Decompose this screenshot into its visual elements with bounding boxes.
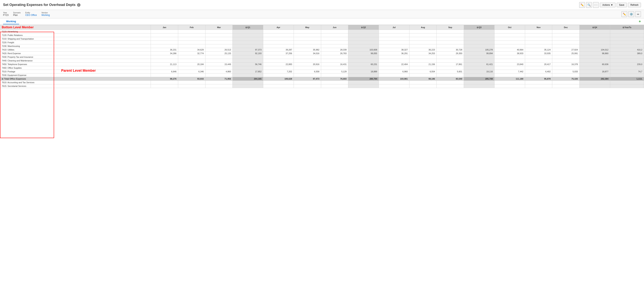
cell-value[interactable] [409, 37, 436, 41]
cell-value[interactable] [321, 74, 348, 77]
cell-value[interactable] [294, 44, 321, 48]
cell-value[interactable] [525, 81, 552, 84]
cell-value[interactable] [552, 30, 580, 34]
table-row[interactable]: 7615: Secretarial Services [0, 84, 644, 88]
cell-value[interactable] [494, 74, 525, 77]
cell-value[interactable] [494, 44, 525, 48]
cell-value[interactable] [436, 37, 464, 41]
cell-value[interactable]: 6,646 [151, 70, 178, 74]
cell-value[interactable]: 30,728 [436, 48, 464, 52]
cell-value[interactable]: 7,202 [263, 70, 294, 74]
cell-value[interactable]: 36,231 [151, 48, 178, 52]
cell-value[interactable] [436, 30, 464, 34]
cell-value[interactable] [436, 55, 464, 59]
cell-value[interactable] [379, 30, 410, 34]
cell-value[interactable] [151, 66, 178, 70]
cell-value[interactable] [205, 55, 233, 59]
table-row[interactable]: 7430: Property Tax and Insurance [0, 55, 644, 59]
cell-value[interactable] [379, 59, 410, 63]
cell-value[interactable] [379, 55, 410, 59]
cell-value[interactable] [525, 74, 552, 77]
cell-value[interactable] [321, 55, 348, 59]
cell-value[interactable] [294, 74, 321, 77]
cell-value[interactable]: 16,378 [552, 63, 580, 66]
cell-value[interactable]: 16,431 [321, 63, 348, 66]
cell-value[interactable]: 21,113 [151, 63, 178, 66]
cell-value[interactable]: 5,129 [321, 70, 348, 74]
cell-value[interactable] [525, 44, 552, 48]
cell-value[interactable] [525, 41, 552, 44]
cell-value[interactable]: 106,628 [263, 77, 294, 81]
q3-collapse-icon[interactable]: ⊟ [477, 26, 478, 29]
cell-value[interactable] [436, 44, 464, 48]
cell-value[interactable] [205, 37, 233, 41]
cell-value[interactable]: 93,933 [178, 77, 206, 81]
cell-value[interactable] [321, 37, 348, 41]
cell-value[interactable] [552, 66, 580, 70]
cell-value[interactable] [263, 37, 294, 41]
table-row[interactable]: ⊟ Total Office Expenses98,27693,93371,95… [0, 77, 644, 81]
cell-value[interactable] [409, 44, 436, 48]
cell-value[interactable]: 35,124 [525, 48, 552, 52]
cell-value[interactable]: 34,629 [178, 48, 206, 52]
cell-value[interactable]: 71,956 [205, 77, 233, 81]
cell-value[interactable] [294, 84, 321, 88]
row-collapse-icon[interactable]: ⊟ [2, 78, 4, 80]
cell-value[interactable] [321, 84, 348, 88]
cell-value[interactable] [525, 84, 552, 88]
cell-value[interactable] [494, 55, 525, 59]
cell-value[interactable] [263, 30, 294, 34]
cell-value[interactable] [151, 84, 178, 88]
q1-collapse-icon[interactable]: ⊟ [246, 26, 247, 29]
cell-value[interactable] [321, 59, 348, 63]
cell-value[interactable] [205, 44, 233, 48]
main-content[interactable]: Bottom Level Member Jan Feb Mar ⊟Q1 Apr … [0, 25, 644, 292]
cell-value[interactable] [151, 59, 178, 63]
cell-value[interactable] [263, 74, 294, 77]
cell-value[interactable] [151, 37, 178, 41]
cell-value[interactable]: 20,417 [525, 63, 552, 66]
cell-value[interactable]: 36,223 [409, 48, 436, 52]
cell-value[interactable] [379, 81, 410, 84]
cell-value[interactable] [294, 66, 321, 70]
cell-value[interactable]: 5,601 [436, 70, 464, 74]
cell-value[interactable] [436, 74, 464, 77]
cell-value[interactable]: 111,180 [494, 77, 525, 81]
table-row[interactable]: 7230: Warehousing [0, 44, 644, 48]
cell-value[interactable]: 34,286 [151, 52, 178, 55]
cell-value[interactable] [178, 44, 206, 48]
cell-value[interactable]: 21,156 [409, 63, 436, 66]
cell-value[interactable] [205, 41, 233, 44]
cell-value[interactable]: 22,404 [379, 63, 410, 66]
cell-value[interactable]: 17,861 [436, 63, 464, 66]
cell-value[interactable] [294, 55, 321, 59]
table-row[interactable]: 7530: Equipment Expense [0, 74, 644, 77]
cell-value[interactable] [409, 59, 436, 63]
cell-value[interactable] [151, 34, 178, 37]
cell-value[interactable]: 20,184 [178, 63, 206, 66]
cell-value[interactable]: 27,924 [552, 48, 580, 52]
cell-value[interactable] [263, 34, 294, 37]
cell-value[interactable] [552, 59, 580, 63]
cell-value[interactable] [178, 74, 206, 77]
cell-value[interactable] [321, 34, 348, 37]
cell-value[interactable]: 38,933 [494, 52, 525, 55]
cell-value[interactable] [525, 37, 552, 41]
cell-value[interactable]: 32,774 [178, 52, 206, 55]
cell-value[interactable]: 98,276 [151, 77, 178, 81]
cell-value[interactable] [263, 41, 294, 44]
pov-version[interactable]: Version Working [42, 12, 50, 17]
cell-value[interactable] [552, 84, 580, 88]
table-row[interactable]: 7120: Public Relations [0, 34, 644, 37]
cell-value[interactable] [525, 55, 552, 59]
cell-value[interactable] [205, 74, 233, 77]
table-row[interactable]: 7420: Rent Expense34,28632,77425,13392,1… [0, 52, 644, 55]
cell-value[interactable] [436, 34, 464, 37]
cell-value[interactable] [205, 66, 233, 70]
cell-value[interactable]: 76,683 [321, 77, 348, 81]
cell-value[interactable] [151, 41, 178, 44]
cell-value[interactable] [409, 74, 436, 77]
cell-value[interactable] [151, 81, 178, 84]
cell-value[interactable] [552, 55, 580, 59]
info-icon[interactable]: i [77, 3, 80, 7]
